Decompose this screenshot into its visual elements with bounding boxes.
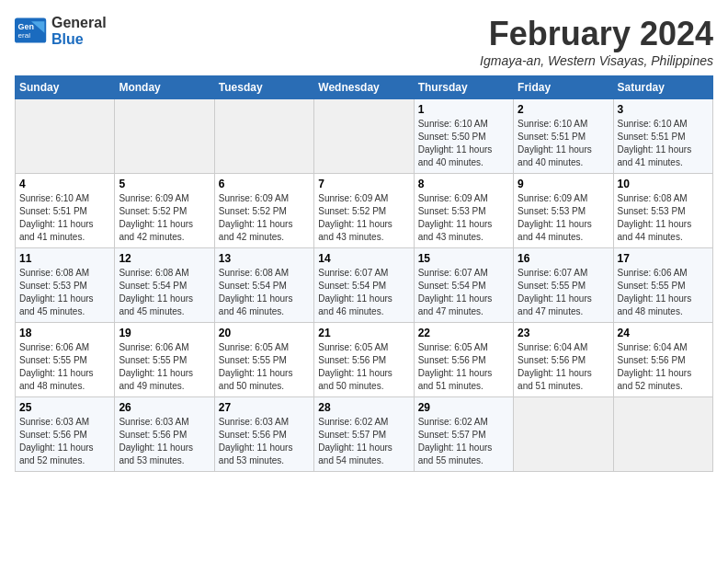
title-area: February 2024 Igmaya-an, Western Visayas… [480, 15, 713, 68]
calendar-cell: 24Sunrise: 6:04 AM Sunset: 5:56 PM Dayli… [613, 323, 712, 397]
day-number: 23 [518, 327, 609, 339]
day-info: Sunrise: 6:04 AM Sunset: 5:56 PM Dayligh… [518, 341, 609, 393]
day-number: 29 [418, 401, 509, 414]
day-info: Sunrise: 6:10 AM Sunset: 5:51 PM Dayligh… [618, 118, 709, 169]
day-info: Sunrise: 6:03 AM Sunset: 5:56 PM Dayligh… [219, 416, 310, 467]
day-info: Sunrise: 6:05 AM Sunset: 5:55 PM Dayligh… [219, 341, 310, 393]
day-info: Sunrise: 6:10 AM Sunset: 5:50 PM Dayligh… [418, 118, 509, 169]
calendar-cell: 26Sunrise: 6:03 AM Sunset: 5:56 PM Dayli… [115, 397, 214, 472]
calendar-cell: 8Sunrise: 6:09 AM Sunset: 5:53 PM Daylig… [414, 174, 513, 248]
day-info: Sunrise: 6:02 AM Sunset: 5:57 PM Dayligh… [418, 416, 509, 467]
calendar-cell: 16Sunrise: 6:07 AM Sunset: 5:55 PM Dayli… [514, 248, 613, 323]
calendar-cell [514, 397, 613, 472]
calendar-table: SundayMondayTuesdayWednesdayThursdayFrid… [15, 75, 713, 472]
day-info: Sunrise: 6:02 AM Sunset: 5:57 PM Dayligh… [318, 416, 409, 467]
calendar-cell: 29Sunrise: 6:02 AM Sunset: 5:57 PM Dayli… [414, 397, 513, 472]
day-number: 16 [518, 252, 609, 265]
day-info: Sunrise: 6:09 AM Sunset: 5:52 PM Dayligh… [318, 192, 409, 244]
calendar-header-row: SundayMondayTuesdayWednesdayThursdayFrid… [16, 76, 713, 99]
header-day-wednesday: Wednesday [314, 76, 414, 99]
calendar-cell: 18Sunrise: 6:06 AM Sunset: 5:55 PM Dayli… [16, 323, 115, 397]
calendar-week-row: 4Sunrise: 6:10 AM Sunset: 5:51 PM Daylig… [16, 174, 713, 248]
calendar-cell: 22Sunrise: 6:05 AM Sunset: 5:56 PM Dayli… [414, 323, 513, 397]
day-number: 12 [119, 252, 210, 265]
calendar-week-row: 11Sunrise: 6:08 AM Sunset: 5:53 PM Dayli… [16, 248, 713, 323]
calendar-cell: 27Sunrise: 6:03 AM Sunset: 5:56 PM Dayli… [214, 397, 313, 472]
svg-text:Gen: Gen [18, 22, 35, 31]
calendar-cell [214, 99, 313, 174]
logo-icon: Gen eral [15, 17, 48, 45]
day-info: Sunrise: 6:06 AM Sunset: 5:55 PM Dayligh… [119, 341, 210, 393]
day-number: 19 [119, 327, 210, 339]
day-info: Sunrise: 6:09 AM Sunset: 5:53 PM Dayligh… [518, 192, 609, 244]
calendar-cell: 13Sunrise: 6:08 AM Sunset: 5:54 PM Dayli… [214, 248, 313, 323]
calendar-cell [613, 397, 712, 472]
day-info: Sunrise: 6:06 AM Sunset: 5:55 PM Dayligh… [19, 341, 110, 393]
calendar-cell: 12Sunrise: 6:08 AM Sunset: 5:54 PM Dayli… [115, 248, 214, 323]
day-info: Sunrise: 6:09 AM Sunset: 5:52 PM Dayligh… [119, 192, 210, 244]
day-number: 2 [518, 103, 609, 116]
calendar-cell: 20Sunrise: 6:05 AM Sunset: 5:55 PM Dayli… [214, 323, 313, 397]
day-number: 11 [19, 252, 110, 265]
header-day-friday: Friday [514, 76, 613, 99]
day-number: 8 [418, 178, 509, 190]
header-day-tuesday: Tuesday [214, 76, 313, 99]
day-number: 3 [618, 103, 709, 116]
day-number: 24 [618, 327, 709, 339]
day-info: Sunrise: 6:10 AM Sunset: 5:51 PM Dayligh… [19, 192, 110, 244]
day-number: 22 [418, 327, 509, 339]
day-number: 6 [219, 178, 310, 190]
calendar-week-row: 18Sunrise: 6:06 AM Sunset: 5:55 PM Dayli… [16, 323, 713, 397]
day-info: Sunrise: 6:09 AM Sunset: 5:52 PM Dayligh… [219, 192, 310, 244]
calendar-cell: 15Sunrise: 6:07 AM Sunset: 5:54 PM Dayli… [414, 248, 513, 323]
calendar-cell: 9Sunrise: 6:09 AM Sunset: 5:53 PM Daylig… [514, 174, 613, 248]
header-day-saturday: Saturday [613, 76, 712, 99]
day-info: Sunrise: 6:05 AM Sunset: 5:56 PM Dayligh… [318, 341, 409, 393]
calendar-cell: 14Sunrise: 6:07 AM Sunset: 5:54 PM Dayli… [314, 248, 414, 323]
calendar-cell: 3Sunrise: 6:10 AM Sunset: 5:51 PM Daylig… [613, 99, 712, 174]
calendar-cell: 25Sunrise: 6:03 AM Sunset: 5:56 PM Dayli… [16, 397, 115, 472]
day-info: Sunrise: 6:08 AM Sunset: 5:54 PM Dayligh… [119, 267, 210, 318]
day-info: Sunrise: 6:07 AM Sunset: 5:54 PM Dayligh… [418, 267, 509, 318]
header-day-sunday: Sunday [16, 76, 115, 99]
day-info: Sunrise: 6:08 AM Sunset: 5:53 PM Dayligh… [618, 192, 709, 244]
logo: Gen eral General Blue [15, 15, 107, 48]
calendar-cell [115, 99, 214, 174]
header-day-monday: Monday [115, 76, 214, 99]
day-number: 28 [318, 401, 409, 414]
day-number: 25 [19, 401, 110, 414]
day-number: 13 [219, 252, 310, 265]
day-number: 1 [418, 103, 509, 116]
calendar-cell: 21Sunrise: 6:05 AM Sunset: 5:56 PM Dayli… [314, 323, 414, 397]
calendar-week-row: 25Sunrise: 6:03 AM Sunset: 5:56 PM Dayli… [16, 397, 713, 472]
day-info: Sunrise: 6:05 AM Sunset: 5:56 PM Dayligh… [418, 341, 509, 393]
day-number: 14 [318, 252, 409, 265]
day-info: Sunrise: 6:07 AM Sunset: 5:54 PM Dayligh… [318, 267, 409, 318]
day-number: 4 [19, 178, 110, 190]
calendar-cell: 5Sunrise: 6:09 AM Sunset: 5:52 PM Daylig… [115, 174, 214, 248]
day-number: 9 [518, 178, 609, 190]
page-header: Gen eral General Blue February 2024 Igma… [15, 15, 713, 68]
svg-text:eral: eral [18, 31, 31, 40]
calendar-cell: 4Sunrise: 6:10 AM Sunset: 5:51 PM Daylig… [16, 174, 115, 248]
day-info: Sunrise: 6:06 AM Sunset: 5:55 PM Dayligh… [618, 267, 709, 318]
day-number: 27 [219, 401, 310, 414]
day-info: Sunrise: 6:03 AM Sunset: 5:56 PM Dayligh… [119, 416, 210, 467]
calendar-week-row: 1Sunrise: 6:10 AM Sunset: 5:50 PM Daylig… [16, 99, 713, 174]
day-info: Sunrise: 6:03 AM Sunset: 5:56 PM Dayligh… [19, 416, 110, 467]
calendar-cell [314, 99, 414, 174]
calendar-cell: 17Sunrise: 6:06 AM Sunset: 5:55 PM Dayli… [613, 248, 712, 323]
day-info: Sunrise: 6:08 AM Sunset: 5:53 PM Dayligh… [19, 267, 110, 318]
calendar-cell: 11Sunrise: 6:08 AM Sunset: 5:53 PM Dayli… [16, 248, 115, 323]
location-subtitle: Igmaya-an, Western Visayas, Philippines [480, 53, 713, 68]
day-info: Sunrise: 6:10 AM Sunset: 5:51 PM Dayligh… [518, 118, 609, 169]
calendar-body: 1Sunrise: 6:10 AM Sunset: 5:50 PM Daylig… [16, 99, 713, 472]
day-number: 17 [618, 252, 709, 265]
calendar-cell: 19Sunrise: 6:06 AM Sunset: 5:55 PM Dayli… [115, 323, 214, 397]
calendar-cell: 7Sunrise: 6:09 AM Sunset: 5:52 PM Daylig… [314, 174, 414, 248]
day-number: 21 [318, 327, 409, 339]
header-day-thursday: Thursday [414, 76, 513, 99]
month-year-title: February 2024 [480, 15, 713, 53]
day-number: 26 [119, 401, 210, 414]
day-number: 15 [418, 252, 509, 265]
